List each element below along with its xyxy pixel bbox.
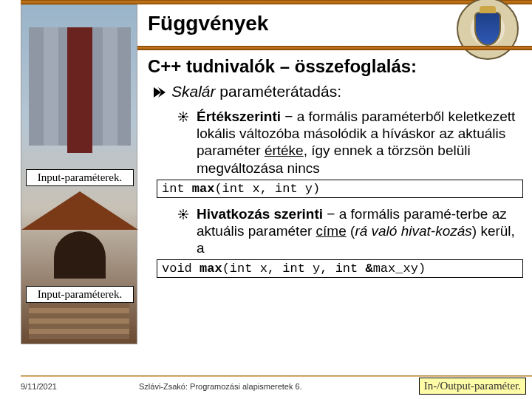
footer-tag: In-/Output-paraméter. [419,378,526,395]
footer-rule [21,375,532,377]
sunburst-bullet-icon [177,208,189,223]
item2-ital: rá való hivat-kozás [355,223,471,239]
title-bar: Függvények [148,6,443,41]
code1-rest: (int x, int y) [214,182,320,196]
left-image-column: Input-paraméterek. Input-paraméterek. [21,4,137,344]
svg-line-6 [185,113,188,115]
code2-amp: & [365,262,372,276]
code2-pre: void [162,262,200,276]
svg-line-14 [185,216,188,218]
code1-pre: int [162,182,192,196]
svg-point-8 [182,115,185,119]
item2-dash: − [323,206,339,222]
left-label-2: Input-paraméterek. [26,286,134,303]
item1-ul: értéke [265,143,304,158]
code1-bold: max [192,182,215,196]
svg-line-5 [185,119,188,121]
building-roof [21,191,138,230]
page-title: Függvények [148,12,268,35]
sunburst-bullet-icon [177,111,189,126]
l1-italic: Skalár [171,83,216,100]
code2-bold: max [200,262,222,276]
svg-line-15 [185,211,188,213]
svg-point-17 [182,212,185,216]
svg-line-7 [180,119,182,121]
content-area: C++ tudnivalók – összefoglalás: Skalár p… [148,56,523,372]
item1-bold: Értékszerinti [197,109,281,124]
bullet-level1: Skalár paraméterátadás: [152,83,523,100]
subtitle: C++ tudnivalók – összefoglalás: [148,56,523,77]
slide-root: Függvények Input-paraméterek. Input-para… [0,0,532,399]
building-pillar [67,27,92,153]
l1-rest: paraméterátadás: [216,83,341,100]
item2-r2a: ( [347,223,355,239]
svg-line-13 [180,211,182,213]
bullet-l1-text: Skalár paraméterátadás: [171,83,341,100]
item2-text: Hivatkozás szerinti − a formális paramé-… [197,205,523,257]
item2-ul: címe [316,223,347,239]
bullet-level2-1: Értékszerinti − a formális paraméterből … [177,108,523,177]
bullet-level2-2: Hivatkozás szerinti − a formális paramé-… [177,205,523,257]
university-crest-icon [457,0,519,60]
code-box-1: int max(int x, int y) [157,180,523,198]
chevron-arrow-icon [152,86,166,99]
footer: 9/11/2021 Szlávi-Zsakó: Programozási ala… [21,378,526,395]
code2-r1: (int x, int y, int [222,262,366,276]
left-label-1: Input-paraméterek. [26,169,134,186]
item1-dash: − [281,109,297,124]
footer-date: 9/11/2021 [21,382,139,391]
code-box-2: void max(int x, int y, int &max_xy) [157,259,523,278]
footer-mid: Szlávi-Zsakó: Programozási alapismeretek… [139,382,419,391]
code2-r2: max_xy) [373,262,426,276]
building-door [54,231,106,279]
svg-line-4 [180,113,182,115]
svg-line-16 [180,216,182,218]
item1-text: Értékszerinti − a formális paraméterből … [197,108,523,177]
item2-bold: Hivatkozás szerinti [197,206,323,222]
